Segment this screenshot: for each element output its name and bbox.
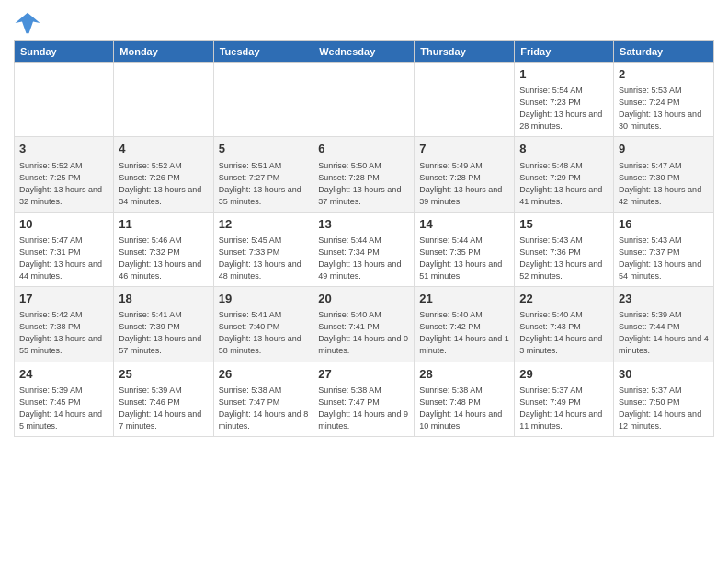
calendar-cell: 28Sunrise: 5:38 AM Sunset: 7:48 PM Dayli…: [415, 362, 515, 436]
day-info: Sunrise: 5:38 AM Sunset: 7:47 PM Dayligh…: [219, 385, 309, 432]
weekday-header-sunday: Sunday: [15, 41, 114, 63]
day-number: 6: [318, 141, 409, 157]
calendar-cell: 22Sunrise: 5:40 AM Sunset: 7:43 PM Dayli…: [515, 287, 614, 362]
day-number: 15: [519, 216, 609, 233]
calendar-cell: [15, 63, 114, 137]
weekday-header-friday: Friday: [515, 41, 614, 63]
day-number: 30: [619, 366, 709, 383]
day-number: 7: [419, 141, 509, 157]
calendar-cell: 2Sunrise: 5:53 AM Sunset: 7:24 PM Daylig…: [614, 63, 714, 137]
day-info: Sunrise: 5:47 AM Sunset: 7:30 PM Dayligh…: [619, 160, 709, 208]
calendar-cell: 27Sunrise: 5:38 AM Sunset: 7:47 PM Dayli…: [313, 362, 415, 436]
calendar-cell: 21Sunrise: 5:40 AM Sunset: 7:42 PM Dayli…: [415, 287, 515, 362]
calendar-cell: 3Sunrise: 5:52 AM Sunset: 7:25 PM Daylig…: [15, 137, 114, 212]
logo-bird-icon: [14, 9, 41, 37]
weekday-header-saturday: Saturday: [614, 41, 714, 63]
day-number: 10: [19, 216, 108, 233]
calendar-cell: [213, 63, 313, 137]
weekday-header-monday: Monday: [114, 41, 213, 63]
day-info: Sunrise: 5:52 AM Sunset: 7:26 PM Dayligh…: [119, 160, 208, 208]
calendar-cell: 14Sunrise: 5:44 AM Sunset: 7:35 PM Dayli…: [415, 212, 515, 286]
day-number: 14: [419, 216, 509, 233]
day-info: Sunrise: 5:38 AM Sunset: 7:47 PM Dayligh…: [318, 385, 409, 432]
day-info: Sunrise: 5:46 AM Sunset: 7:32 PM Dayligh…: [119, 235, 208, 282]
day-number: 23: [619, 291, 709, 307]
calendar-cell: 25Sunrise: 5:39 AM Sunset: 7:46 PM Dayli…: [114, 362, 213, 436]
day-info: Sunrise: 5:51 AM Sunset: 7:27 PM Dayligh…: [219, 160, 309, 208]
header: [14, 9, 714, 37]
day-info: Sunrise: 5:42 AM Sunset: 7:38 PM Dayligh…: [19, 309, 108, 357]
day-number: 12: [219, 216, 309, 233]
day-number: 3: [19, 141, 108, 157]
day-number: 18: [119, 291, 208, 307]
calendar-cell: 15Sunrise: 5:43 AM Sunset: 7:36 PM Dayli…: [515, 212, 614, 286]
day-number: 29: [519, 366, 609, 383]
day-number: 25: [119, 366, 208, 383]
calendar-table: SundayMondayTuesdayWednesdayThursdayFrid…: [14, 40, 714, 437]
day-info: Sunrise: 5:40 AM Sunset: 7:42 PM Dayligh…: [419, 309, 509, 357]
calendar-cell: 5Sunrise: 5:51 AM Sunset: 7:27 PM Daylig…: [213, 137, 313, 212]
calendar-cell: 17Sunrise: 5:42 AM Sunset: 7:38 PM Dayli…: [15, 287, 114, 362]
calendar-cell: 4Sunrise: 5:52 AM Sunset: 7:26 PM Daylig…: [114, 137, 213, 212]
day-number: 11: [119, 216, 208, 233]
calendar-cell: 13Sunrise: 5:44 AM Sunset: 7:34 PM Dayli…: [313, 212, 415, 286]
day-info: Sunrise: 5:52 AM Sunset: 7:25 PM Dayligh…: [19, 160, 108, 208]
day-info: Sunrise: 5:50 AM Sunset: 7:28 PM Dayligh…: [318, 160, 409, 208]
day-number: 19: [219, 291, 309, 307]
day-number: 9: [619, 141, 709, 157]
calendar-cell: 26Sunrise: 5:38 AM Sunset: 7:47 PM Dayli…: [213, 362, 313, 436]
day-info: Sunrise: 5:49 AM Sunset: 7:28 PM Dayligh…: [419, 160, 509, 208]
day-number: 2: [619, 66, 709, 83]
weekday-header-thursday: Thursday: [415, 41, 515, 63]
day-info: Sunrise: 5:38 AM Sunset: 7:48 PM Dayligh…: [419, 385, 509, 432]
calendar-cell: 9Sunrise: 5:47 AM Sunset: 7:30 PM Daylig…: [614, 137, 714, 212]
calendar-cell: 29Sunrise: 5:37 AM Sunset: 7:49 PM Dayli…: [515, 362, 614, 436]
weekday-header-row: SundayMondayTuesdayWednesdayThursdayFrid…: [15, 41, 714, 63]
day-info: Sunrise: 5:44 AM Sunset: 7:34 PM Dayligh…: [318, 235, 409, 282]
day-number: 21: [419, 291, 509, 307]
calendar-cell: [313, 63, 415, 137]
calendar-cell: 12Sunrise: 5:45 AM Sunset: 7:33 PM Dayli…: [213, 212, 313, 286]
day-info: Sunrise: 5:37 AM Sunset: 7:49 PM Dayligh…: [519, 385, 609, 432]
day-info: Sunrise: 5:39 AM Sunset: 7:44 PM Dayligh…: [619, 309, 709, 357]
week-row-5: 24Sunrise: 5:39 AM Sunset: 7:45 PM Dayli…: [15, 362, 714, 436]
page-container: SundayMondayTuesdayWednesdayThursdayFrid…: [0, 0, 728, 446]
day-number: 22: [519, 291, 609, 307]
day-number: 24: [19, 366, 108, 383]
logo: [14, 9, 45, 37]
day-info: Sunrise: 5:37 AM Sunset: 7:50 PM Dayligh…: [619, 385, 709, 432]
calendar-cell: 18Sunrise: 5:41 AM Sunset: 7:39 PM Dayli…: [114, 287, 213, 362]
day-info: Sunrise: 5:47 AM Sunset: 7:31 PM Dayligh…: [19, 235, 108, 282]
day-number: 5: [219, 141, 309, 157]
day-info: Sunrise: 5:44 AM Sunset: 7:35 PM Dayligh…: [419, 235, 509, 282]
day-info: Sunrise: 5:41 AM Sunset: 7:40 PM Dayligh…: [219, 309, 309, 357]
week-row-1: 1Sunrise: 5:54 AM Sunset: 7:23 PM Daylig…: [15, 63, 714, 137]
calendar-cell: 23Sunrise: 5:39 AM Sunset: 7:44 PM Dayli…: [614, 287, 714, 362]
calendar-cell: 24Sunrise: 5:39 AM Sunset: 7:45 PM Dayli…: [15, 362, 114, 436]
calendar-cell: 11Sunrise: 5:46 AM Sunset: 7:32 PM Dayli…: [114, 212, 213, 286]
day-info: Sunrise: 5:43 AM Sunset: 7:37 PM Dayligh…: [619, 235, 709, 282]
day-number: 20: [318, 291, 409, 307]
calendar-cell: [114, 63, 213, 137]
calendar-cell: 30Sunrise: 5:37 AM Sunset: 7:50 PM Dayli…: [614, 362, 714, 436]
day-info: Sunrise: 5:40 AM Sunset: 7:43 PM Dayligh…: [519, 309, 609, 357]
day-info: Sunrise: 5:45 AM Sunset: 7:33 PM Dayligh…: [219, 235, 309, 282]
calendar-cell: 16Sunrise: 5:43 AM Sunset: 7:37 PM Dayli…: [614, 212, 714, 286]
week-row-4: 17Sunrise: 5:42 AM Sunset: 7:38 PM Dayli…: [15, 287, 714, 362]
day-number: 17: [19, 291, 108, 307]
weekday-header-tuesday: Tuesday: [213, 41, 313, 63]
week-row-2: 3Sunrise: 5:52 AM Sunset: 7:25 PM Daylig…: [15, 137, 714, 212]
day-number: 13: [318, 216, 409, 233]
calendar-cell: 7Sunrise: 5:49 AM Sunset: 7:28 PM Daylig…: [415, 137, 515, 212]
day-number: 16: [619, 216, 709, 233]
day-number: 28: [419, 366, 509, 383]
day-info: Sunrise: 5:53 AM Sunset: 7:24 PM Dayligh…: [619, 85, 709, 132]
day-info: Sunrise: 5:40 AM Sunset: 7:41 PM Dayligh…: [318, 309, 409, 357]
day-info: Sunrise: 5:39 AM Sunset: 7:45 PM Dayligh…: [19, 385, 108, 432]
day-info: Sunrise: 5:39 AM Sunset: 7:46 PM Dayligh…: [119, 385, 208, 432]
day-info: Sunrise: 5:54 AM Sunset: 7:23 PM Dayligh…: [519, 85, 609, 132]
svg-marker-0: [16, 13, 40, 34]
calendar-cell: 1Sunrise: 5:54 AM Sunset: 7:23 PM Daylig…: [515, 63, 614, 137]
weekday-header-wednesday: Wednesday: [313, 41, 415, 63]
day-number: 26: [219, 366, 309, 383]
